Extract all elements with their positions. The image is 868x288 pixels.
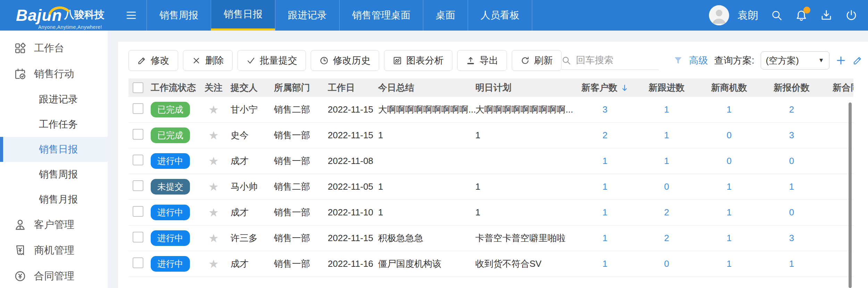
avatar[interactable] [709,5,729,25]
notifications-button[interactable] [795,9,808,22]
column-header-new-quotes[interactable]: 新报价数 [762,82,824,94]
star-icon[interactable]: ★ [208,232,219,244]
new-quotes-link[interactable]: 0 [789,207,794,218]
sidebar-item-monthly-report[interactable]: 销售月报 [0,187,108,212]
new-quotes-link[interactable]: 3 [789,233,794,244]
new-customers-link[interactable]: 1 [602,181,607,192]
row-checkbox[interactable] [133,232,143,242]
new-opportunities-link[interactable]: 1 [727,207,732,218]
column-header-workflow-status[interactable]: 工作流状态 [151,82,199,94]
new-opportunities-link[interactable]: 0 [727,156,732,166]
table-row[interactable]: 已完成★史今销售一部2022-11-15112103 [128,123,853,148]
new-opportunities-link[interactable]: 0 [727,130,732,141]
new-opportunities-link[interactable]: 1 [727,258,732,269]
nav-tab-weekly-report[interactable]: 销售周报 [147,0,211,31]
sidebar-item-followup-records[interactable]: 跟进记录 [0,87,108,112]
star-icon[interactable]: ★ [208,207,219,218]
table-row[interactable]: 已完成★甘小宁销售二部2022-11-15大啊啊啊啊啊啊啊啊啊...大啊啊啊啊啊… [128,97,853,123]
star-icon[interactable]: ★ [208,104,219,115]
edit-button[interactable]: 修改 [128,50,178,71]
sidebar-item-sales-action[interactable]: 销售行动 [0,61,108,87]
select-all-checkbox[interactable] [133,82,143,93]
chart-analysis-button[interactable]: 图表分析 [384,50,452,71]
vertical-scrollbar[interactable] [849,102,852,288]
new-customers-link[interactable]: 1 [602,233,607,244]
nav-tab-staff-board[interactable]: 人员看板 [468,0,532,31]
edit-plan-button[interactable] [852,55,863,66]
sidebar-item-workbench[interactable]: 工作台 [0,35,108,61]
query-plan-select[interactable]: (空方案) ▼ [761,51,829,69]
star-icon[interactable]: ★ [208,258,219,270]
column-header-submitter[interactable]: 提交人 [231,82,274,94]
star-icon[interactable]: ★ [208,130,219,141]
export-button[interactable]: 导出 [457,50,507,71]
star-icon[interactable]: ★ [208,155,219,167]
table-row[interactable]: 进行中★许三多销售一部2022-11-15积极急急急卡普空卡普空噼里啪啦1213 [128,225,853,251]
batch-submit-button[interactable]: 批量提交 [237,50,306,71]
add-plan-button[interactable] [836,55,846,66]
column-header-new-followups[interactable]: 新跟进数 [637,82,699,94]
sidebar-item-work-tasks[interactable]: 工作任务 [0,112,108,137]
new-customers-link[interactable]: 1 [602,207,607,218]
new-opportunities-link[interactable]: 1 [727,181,732,192]
row-checkbox[interactable] [133,155,143,165]
column-header-new-contracts[interactable]: 新合同数 [824,82,853,94]
new-quotes-link[interactable]: 1 [789,181,794,192]
new-customers-link[interactable]: 2 [602,130,607,141]
new-followups-link[interactable]: 1 [664,130,669,141]
search-input[interactable] [575,55,650,66]
sidebar-item-weekly-report[interactable]: 销售周报 [0,162,108,187]
new-followups-link[interactable]: 0 [664,258,669,269]
column-header-department[interactable]: 所属部门 [274,82,328,94]
new-quotes-link[interactable]: 0 [789,156,794,166]
new-opportunities-link[interactable]: 1 [727,233,732,244]
row-checkbox[interactable] [133,257,143,268]
column-header-workday[interactable]: 工作日 [328,82,378,94]
brand-logo[interactable]: Bajun八骏科技 Anyone,Anytime,Anywhere! [0,0,120,31]
new-quotes-link[interactable]: 3 [789,130,794,141]
edit-history-button[interactable]: 修改历史 [311,50,379,71]
row-checkbox[interactable] [133,206,143,217]
new-customers-link[interactable]: 1 [602,258,607,269]
download-button[interactable] [820,9,833,22]
row-checkbox[interactable] [133,129,143,140]
new-quotes-link[interactable]: 1 [789,258,794,269]
nav-tab-daily-report[interactable]: 销售日报 [211,0,275,31]
table-row[interactable]: 进行中★成才销售一部2022-11-10111210 [128,200,853,225]
new-followups-link[interactable]: 1 [664,156,669,166]
column-header-follow[interactable]: 关注 [199,82,231,94]
nav-tab-sales-mgmt-desktop[interactable]: 销售管理桌面 [339,0,423,31]
new-followups-link[interactable]: 2 [664,233,669,244]
new-quotes-link[interactable]: 2 [789,104,794,115]
current-user-name[interactable]: 袁朗 [737,8,758,23]
nav-tab-desktop[interactable]: 桌面 [423,0,468,31]
new-opportunities-link[interactable]: 1 [727,104,732,115]
table-row[interactable]: 进行中★成才销售一部2022-11-16僵尸国度机构该收到货不符合SV1011 [128,251,853,277]
table-row[interactable]: 未提交★马小帅销售二部2022-11-05111011 [128,174,853,200]
new-customers-link[interactable]: 3 [602,104,607,115]
menu-toggle-icon[interactable] [125,0,137,31]
advanced-filter-button[interactable] [673,56,683,65]
column-header-new-customers[interactable]: 新客户数 [576,82,637,94]
column-header-new-opportunities[interactable]: 新商机数 [699,82,762,94]
column-header-tomorrow-plan[interactable]: 明日计划 [475,82,576,94]
new-followups-link[interactable]: 2 [664,207,669,218]
new-customers-link[interactable]: 1 [602,156,607,166]
global-search-button[interactable] [771,9,783,21]
sort-desc-icon[interactable] [620,84,629,92]
row-checkbox[interactable] [133,180,143,191]
row-checkbox[interactable] [133,103,143,114]
logout-button[interactable] [845,9,858,22]
column-header-today-summary[interactable]: 今日总结 [378,82,475,94]
sidebar-item-opportunity-mgmt[interactable]: 商机管理 [0,238,108,263]
star-icon[interactable]: ★ [208,181,219,192]
nav-tab-followup-records[interactable]: 跟进记录 [275,0,339,31]
refresh-button[interactable]: 刷新 [512,50,561,71]
new-followups-link[interactable]: 1 [664,104,669,115]
advanced-link[interactable]: 高级 [689,54,708,67]
new-followups-link[interactable]: 0 [664,181,669,192]
sidebar-item-daily-report[interactable]: 销售日报 [0,137,108,162]
sidebar-item-contract-mgmt[interactable]: 合同管理 [0,263,108,288]
table-row[interactable]: 进行中★成才销售一部2022-11-081100 [128,148,853,174]
sidebar-item-customer-mgmt[interactable]: 客户管理 [0,212,108,238]
